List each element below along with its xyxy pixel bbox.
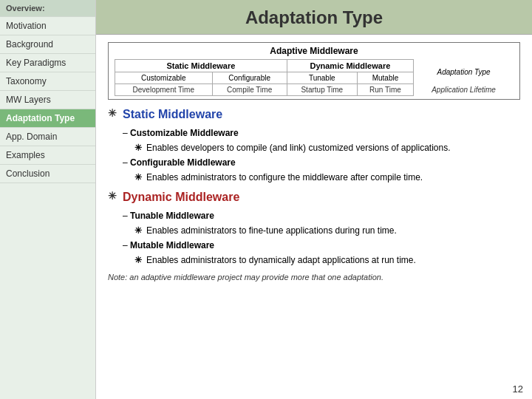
sidebar-item-taxonomy[interactable]: Taxonomy [0, 72, 95, 91]
time-run: Run Time [357, 84, 413, 96]
col-customizable: Customizable [115, 72, 213, 84]
dynamic-mw-label: Dynamic Middleware [287, 60, 413, 72]
diagram-table: Static Middleware Dynamic Middleware Ada… [115, 59, 514, 96]
time-compile: Compile Time [212, 84, 287, 96]
sidebar-item-conclusion[interactable]: Conclusion [0, 165, 95, 183]
time-dev: Development Time [115, 84, 213, 96]
sidebar-item-examples[interactable]: Examples [0, 146, 95, 165]
section2-title: Dynamic Middleware [123, 188, 239, 206]
static-mw-label: Static Middleware [115, 60, 287, 72]
section1-bullet: ✳ Static Middleware [108, 106, 520, 123]
bullet-star-2: ✳ [108, 188, 117, 204]
sidebar-item-motivation[interactable]: Motivation [0, 17, 95, 35]
sidebar-item-background[interactable]: Background [0, 35, 95, 54]
col-mutable: Mutable [357, 72, 413, 84]
sub4-text-container: ✳ Enables administrators to dynamically … [134, 253, 520, 267]
col-configurable: Configurable [212, 72, 287, 84]
sub1-star: ✳ [134, 141, 142, 154]
sub1-text-container: ✳ Enables developers to compile (and lin… [134, 141, 520, 154]
section2-bullet: ✳ Dynamic Middleware [108, 188, 520, 206]
sub2-text-container: ✳ Enables administrators to configure th… [134, 171, 520, 184]
diagram-title: Adaptive Middleware [115, 46, 514, 56]
sub4-text: Enables administrators to dynamically ad… [146, 253, 416, 267]
sub1-title: Customizable Middleware [130, 128, 239, 138]
sub3-star: ✳ [134, 224, 142, 237]
sidebar-item-adaptation-type[interactable]: Adaptation Type [0, 109, 95, 128]
slide-title: Adaptation Type [96, 0, 532, 35]
sidebar-item-app-domain[interactable]: App. Domain [0, 128, 95, 146]
sidebar-item-key-paradigms[interactable]: Key Paradigms [0, 54, 95, 72]
page-number: 12 [513, 383, 523, 395]
sub2-title: Configurable Middleware [130, 157, 236, 168]
note-text: Note: an adaptive middleware project may… [108, 271, 520, 284]
body-content: ✳ Static Middleware – Customizable Middl… [108, 106, 520, 284]
sub4-star: ✳ [134, 253, 142, 267]
sub3-text: Enables administrators to fine-tune appl… [146, 224, 397, 237]
sub3-text-container: ✳ Enables administrators to fine-tune ap… [134, 224, 520, 237]
app-lifetime-label: Application Lifetime [414, 84, 514, 96]
adaptive-middleware-diagram: Adaptive Middleware Static Middleware Dy… [108, 42, 520, 100]
sidebar-item-overview[interactable]: Overview: [0, 0, 95, 17]
sub3-title: Tunable Middleware [130, 211, 214, 221]
sub2-star: ✳ [134, 171, 142, 184]
sidebar: Overview: Motivation Background Key Para… [0, 0, 96, 399]
sidebar-item-mw-layers[interactable]: MW Layers [0, 91, 95, 109]
sub4-container: – Mutable Middleware [123, 239, 520, 252]
adaptation-type-label: Adaptation Type [414, 60, 514, 84]
sub2-text: Enables administrators to configure the … [146, 171, 423, 184]
sub1-container: – Customizable Middleware [123, 126, 520, 140]
sub2-container: – Configurable Middleware [123, 156, 520, 169]
sub1-text: Enables developers to compile (and link)… [146, 141, 451, 154]
main-panel: Adaptation Type Adaptive Middleware Stat… [96, 0, 532, 399]
sub3-container: – Tunable Middleware [123, 209, 520, 222]
col-tunable: Tunable [287, 72, 357, 84]
content-area: Adaptive Middleware Static Middleware Dy… [96, 35, 532, 399]
bullet-star-1: ✳ [108, 106, 117, 121]
section1-title: Static Middleware [123, 106, 222, 123]
time-startup: Startup Time [287, 84, 357, 96]
sub4-title: Mutable Middleware [130, 240, 214, 250]
